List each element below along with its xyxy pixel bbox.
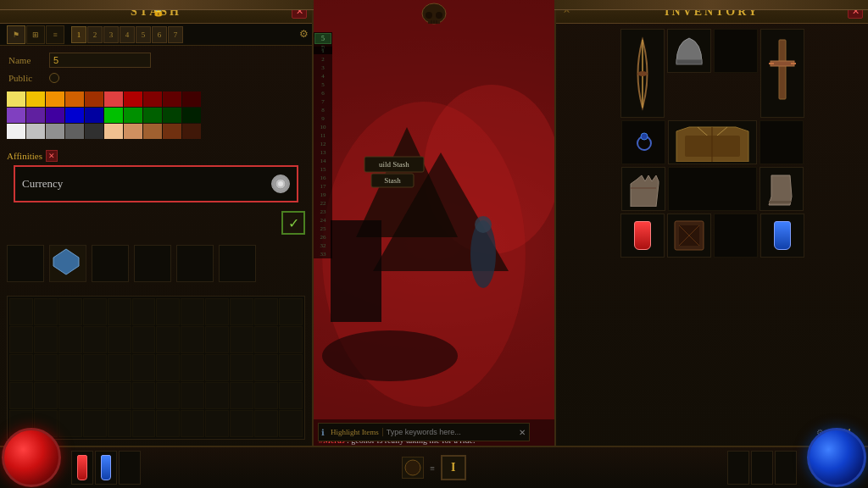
- color-cell-9[interactable]: [182, 92, 201, 107]
- r-potion-slot-3[interactable]: [775, 451, 797, 485]
- stash-item-slot-5[interactable]: [176, 245, 214, 282]
- stash-cell-4[interactable]: [108, 298, 131, 325]
- color-cell-24[interactable]: [85, 124, 103, 139]
- equip-slot-ring-right[interactable]: [760, 120, 804, 164]
- color-cell-5[interactable]: [104, 92, 123, 107]
- color-cell-2[interactable]: [46, 92, 64, 107]
- stash-tab-2[interactable]: 2: [87, 26, 103, 43]
- stash-cell-9[interactable]: [230, 298, 253, 325]
- stash-cell-12[interactable]: [9, 326, 33, 353]
- stash-cell-17[interactable]: [132, 326, 156, 353]
- stash-cell-37[interactable]: [34, 382, 58, 409]
- color-cell-4[interactable]: [85, 92, 103, 107]
- stash-cell-27[interactable]: [83, 354, 107, 381]
- stash-cell-42[interactable]: [156, 382, 180, 409]
- stash-cell-52[interactable]: [108, 410, 131, 437]
- stash-item-slot-6[interactable]: [219, 245, 256, 282]
- stash-tab-1[interactable]: 1: [71, 26, 86, 43]
- stash-cell-11[interactable]: [279, 298, 303, 325]
- color-cell-11[interactable]: [26, 108, 45, 123]
- color-cell-22[interactable]: [46, 124, 64, 139]
- stash-tab-grid[interactable]: ⊞: [26, 25, 45, 44]
- center-skill-slot-misc[interactable]: [402, 457, 424, 479]
- stash-cell-44[interactable]: [205, 382, 229, 409]
- affinities-remove-button[interactable]: ✕: [46, 150, 58, 162]
- stash-cell-26[interactable]: [58, 354, 82, 381]
- stash-cell-2[interactable]: [58, 298, 82, 325]
- stash-cell-3[interactable]: [83, 298, 107, 325]
- public-radio-button[interactable]: [49, 73, 59, 83]
- color-cell-17[interactable]: [143, 108, 162, 123]
- equip-slot-ring-left[interactable]: [621, 120, 665, 164]
- stash-cell-5[interactable]: [132, 298, 156, 325]
- color-cell-25[interactable]: [104, 124, 123, 139]
- color-cell-20[interactable]: [7, 124, 25, 139]
- misc-slot-1[interactable]: [667, 214, 711, 258]
- stash-cell-7[interactable]: [181, 298, 204, 325]
- color-cell-1[interactable]: [26, 92, 45, 107]
- stash-cell-28[interactable]: [108, 354, 131, 381]
- color-cell-26[interactable]: [124, 124, 142, 139]
- stash-cell-14[interactable]: [58, 326, 82, 353]
- color-cell-10[interactable]: [7, 108, 25, 123]
- helmet-slot[interactable]: [667, 29, 711, 73]
- stash-item-slot-2[interactable]: [49, 245, 86, 282]
- stash-cell-45[interactable]: [230, 382, 253, 409]
- stash-cell-22[interactable]: [254, 326, 278, 353]
- stash-cell-47[interactable]: [279, 382, 303, 409]
- stash-cell-18[interactable]: [156, 326, 180, 353]
- stash-cell-46[interactable]: [254, 382, 278, 409]
- color-cell-14[interactable]: [85, 108, 103, 123]
- chest-slot[interactable]: [668, 120, 757, 164]
- color-cell-28[interactable]: [163, 124, 181, 139]
- stash-cell-21[interactable]: [230, 326, 253, 353]
- stash-cell-24[interactable]: [9, 354, 33, 381]
- flask-slot-1[interactable]: [620, 214, 665, 258]
- boots-slot[interactable]: [760, 167, 804, 211]
- stash-tab-4[interactable]: 4: [120, 26, 135, 43]
- stash-cell-30[interactable]: [156, 354, 180, 381]
- stash-cell-41[interactable]: [132, 382, 156, 409]
- color-cell-13[interactable]: [65, 108, 84, 123]
- stash-cell-40[interactable]: [108, 382, 131, 409]
- stash-cell-38[interactable]: [58, 382, 82, 409]
- stash-cell-43[interactable]: [181, 382, 204, 409]
- stash-cell-57[interactable]: [230, 410, 253, 437]
- stash-cell-10[interactable]: [254, 298, 278, 325]
- color-cell-7[interactable]: [143, 92, 162, 107]
- stash-settings-icon[interactable]: ⚙: [299, 28, 309, 41]
- highlight-input[interactable]: [383, 428, 515, 436]
- color-cell-18[interactable]: [163, 108, 181, 123]
- stash-cell-13[interactable]: [34, 326, 58, 353]
- stash-cell-59[interactable]: [279, 410, 303, 437]
- r-potion-slot-2[interactable]: [751, 451, 773, 485]
- stash-cell-51[interactable]: [83, 410, 107, 437]
- stash-cell-19[interactable]: [181, 326, 204, 353]
- stash-cell-56[interactable]: [205, 410, 229, 437]
- confirm-button[interactable]: ✓: [281, 211, 305, 235]
- stash-item-slot-3[interactable]: [92, 245, 129, 282]
- potion-slot-2[interactable]: [95, 451, 117, 485]
- stash-tab-list[interactable]: ≡: [46, 25, 64, 44]
- color-cell-16[interactable]: [124, 108, 142, 123]
- stash-tab-5[interactable]: 5: [136, 26, 151, 43]
- skill-bar-i-slot[interactable]: I: [441, 455, 466, 480]
- equip-slot-empty-1[interactable]: [714, 29, 758, 73]
- stash-cell-15[interactable]: [83, 326, 107, 353]
- weapon-slot[interactable]: [620, 29, 665, 118]
- offhand-slot[interactable]: [760, 29, 804, 118]
- color-cell-21[interactable]: [26, 124, 45, 139]
- stash-cell-35[interactable]: [279, 354, 303, 381]
- stash-cell-55[interactable]: [181, 410, 204, 437]
- stash-cell-1[interactable]: [34, 298, 58, 325]
- color-cell-3[interactable]: [65, 92, 84, 107]
- potion-slot-3[interactable]: [119, 451, 141, 485]
- stash-cell-36[interactable]: [9, 382, 33, 409]
- stash-cell-8[interactable]: [205, 298, 229, 325]
- stash-cell-32[interactable]: [205, 354, 229, 381]
- stash-cell-50[interactable]: [58, 410, 82, 437]
- color-cell-6[interactable]: [124, 92, 142, 107]
- stash-cell-6[interactable]: [156, 298, 180, 325]
- belt-slot[interactable]: [668, 167, 757, 211]
- r-potion-slot-1[interactable]: [727, 451, 749, 485]
